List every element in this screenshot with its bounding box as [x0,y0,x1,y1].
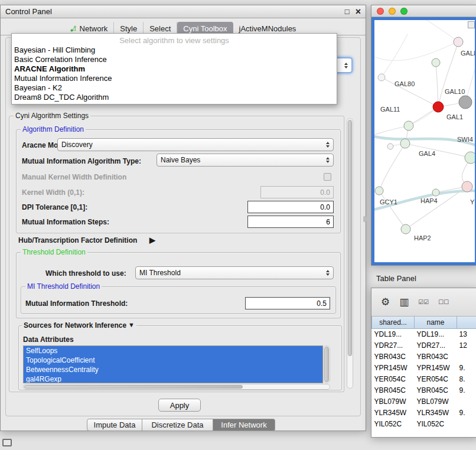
bottom-tab-discretize-data[interactable]: Discretize Data [142,419,213,431]
table-container[interactable]: shared...name YDL19...YDL19...13YDR27...… [371,317,476,437]
close-button[interactable] [377,8,384,15]
scrollbar-thumb[interactable] [348,120,352,356]
algorithm-option[interactable]: Bayesian - K2 [12,83,337,93]
table-row[interactable]: YDL19...YDL19...13 [372,328,476,340]
bottom-tab-infer-network[interactable]: Infer Network [213,419,275,431]
control-panel-titlebar[interactable]: Control Panel □ × [1,5,366,18]
network-edge[interactable] [438,42,458,107]
algorithm-option[interactable]: Mutual Information Inference [12,74,337,83]
network-window-titlebar[interactable] [371,5,476,17]
network-canvas[interactable]: GAL8GAL80GAL10GAL11GAL1SWI4GAL4GCY1HAP4H… [374,20,475,262]
algorithm-option[interactable]: Basic Correlation Inference [12,55,337,64]
bottom-tab-impute-data[interactable]: Impute Data [87,419,142,431]
mi-threshold-value: 0.5 [317,299,327,308]
table-row[interactable]: YDR27...YDR27...12 [372,340,476,351]
minimize-button[interactable] [389,8,396,15]
network-node-label: GAL10 [445,88,465,95]
data-attributes-list[interactable]: SelfLoopsTopologicalCoefficientBetweenne… [23,345,323,383]
mi-type-select[interactable]: Naive Bayes [157,154,334,167]
scrollbar-thumb[interactable] [24,385,243,389]
select-all-icon[interactable]: ☑☑ [418,299,429,305]
table-row[interactable]: YBR045CYBR045C9. [372,384,476,396]
network-node-swi4[interactable] [465,152,475,164]
apply-button[interactable]: Apply [158,399,201,412]
deselect-all-icon[interactable]: ☐☐ [438,299,449,305]
collapse-down-icon[interactable]: ▼ [126,321,136,328]
table-cell: 13 [457,328,476,340]
settings-scrollbar[interactable] [347,118,353,389]
table-panel-title: Table Panel [376,274,416,283]
network-edge[interactable] [405,144,471,158]
attributes-horizontal-scrollbar[interactable] [23,384,330,390]
attributes-vertical-scrollbar[interactable] [323,345,330,383]
network-node-n10[interactable] [432,189,439,196]
columns-icon[interactable]: ▥ [399,297,409,307]
scrollbar-thumb[interactable] [324,347,329,382]
table-row[interactable]: YPR145WYPR145W9. [372,362,476,373]
network-node-hap2[interactable] [401,224,410,234]
data-attribute-item[interactable]: gal4RGexp [24,374,322,383]
column-header[interactable]: name [415,317,457,328]
table-row[interactable]: YER054CYER054C8. [372,373,476,384]
network-node-n5[interactable] [404,121,413,131]
network-node-n4[interactable] [459,96,472,109]
network-frame: GAL8GAL80GAL10GAL11GAL1SWI4GAL4GCY1HAP4H… [371,17,476,265]
data-attribute-item[interactable]: TopologicalCoefficient [24,356,322,365]
network-edge[interactable] [379,191,406,229]
network-edge[interactable] [374,126,409,136]
algorithm-option[interactable]: Dream8 DC_TDC Algorithm [12,93,337,102]
network-node-n9[interactable] [462,181,472,192]
spinner-arrows-icon [341,63,348,69]
table-row[interactable]: YBR043CYBR043C [372,351,476,362]
sources-section-label[interactable]: Sources for Network Inference [22,321,128,330]
network-node-n13[interactable] [387,144,393,149]
gear-icon[interactable]: ⚙ [381,297,390,307]
network-node-gcy1[interactable] [375,187,383,195]
data-attribute-item[interactable]: BetweennessCentrality [24,365,322,374]
algorithm-option[interactable]: Bayesian - Hill Climbing [12,45,337,55]
network-edge[interactable] [382,34,407,77]
network-node-n1[interactable] [454,37,463,47]
network-edge[interactable] [436,63,438,107]
network-node-gal4[interactable] [400,139,410,148]
network-node-n12[interactable] [378,74,385,81]
data-attribute-item[interactable]: SelfLoops [24,346,322,356]
table-cell: YDL19... [372,328,415,340]
birdseye-toggle-icon[interactable] [468,21,475,28]
table-row[interactable]: YIL052CYIL052C [372,418,476,429]
window-title: Control Panel [5,7,52,16]
data-attributes-label: Data Attributes [23,335,74,344]
network-edge[interactable] [422,20,458,42]
zoom-button[interactable] [400,8,407,15]
table-row[interactable]: YBL079WYBL079W [372,396,476,407]
network-edge[interactable] [379,144,405,191]
restore-panel-icon[interactable] [2,439,12,446]
algorithm-dropdown-list[interactable]: Select algorithm to view settingsBayesia… [11,33,337,105]
kernel-width-field[interactable]: 0.0 [260,186,334,198]
dpi-tolerance-field[interactable]: 0.0 [247,201,334,213]
network-edge[interactable] [374,42,457,61]
splitter-handle[interactable] [363,216,366,222]
algorithm-option[interactable]: ARACNE Algorithm [12,64,337,74]
mi-threshold-field[interactable]: 0.5 [245,297,330,309]
table-cell: YBR045C [372,384,415,396]
float-window-icon[interactable]: □ [345,8,350,15]
network-node-gal10[interactable] [433,102,444,112]
hub-section-label[interactable]: Hub/Transcription Factor Definition [18,236,137,244]
table-cell: YDL19... [415,328,457,340]
manual-kernel-checkbox[interactable] [324,173,331,181]
column-header[interactable] [457,317,476,328]
column-header[interactable]: shared... [372,317,415,328]
manual-kernel-label: Manual Kernel Width Definition [22,173,126,181]
expand-right-icon[interactable]: ▶ [149,236,155,244]
mi-steps-label: Mutual Information Steps: [22,218,109,226]
network-node-label: GCY1 [380,198,397,206]
mi-steps-field[interactable]: 6 [247,216,334,228]
network-node-n2[interactable] [432,58,440,67]
aracne-mode-select[interactable]: Discovery [57,138,334,151]
tab-label: Network [80,24,108,33]
table-row[interactable]: YLR345WYLR345W9. [372,407,476,418]
mi-type-value: Naive Bayes [161,156,200,164]
which-threshold-select[interactable]: MI Threshold [135,266,334,279]
close-window-icon[interactable]: × [356,7,361,17]
